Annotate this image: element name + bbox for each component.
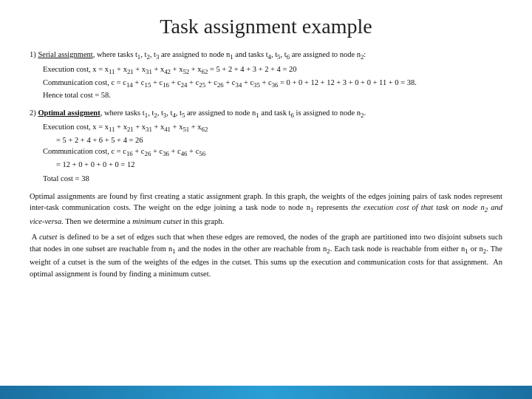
bottom-bar	[0, 386, 532, 399]
s1-comm: Communication cost, c = c14 + c15 + c16 …	[30, 77, 502, 90]
s1-suffix: , where tasks t1, t2, t3 are assigned to…	[93, 50, 366, 58]
s1-hence: Hence total cost = 58.	[30, 89, 502, 100]
page: Task assignment example 1) Serial assign…	[0, 0, 532, 399]
section-2-heading: 2) Optimal assigment, where tasks t1, t2…	[30, 107, 502, 120]
section-1-heading: 1) Serial assignment, where tasks t1, t2…	[30, 49, 502, 62]
section-2: 2) Optimal assigment, where tasks t1, t2…	[30, 107, 502, 185]
page-title: Task assignment example	[30, 15, 502, 38]
paragraph-2: A cutset is defined to be a set of edges…	[30, 231, 502, 279]
content-area: 1) Serial assignment, where tasks t1, t2…	[30, 49, 502, 280]
s2-comm-line2: = 12 + 0 + 0 + 0 + 0 = 12	[30, 159, 502, 170]
s2-comm-line1: Communication cost, c = c16 + c26 + c36 …	[30, 146, 502, 159]
s2-exec-line2: = 5 + 2 + 4 + 6 + 5 + 4 = 26	[30, 134, 502, 146]
s1-exec: Execution cost, x = x11 + x21 + x31 + x4…	[30, 64, 502, 77]
s2-total: Total cost = 38	[30, 173, 502, 184]
section-1: 1) Serial assignment, where tasks t1, t2…	[30, 49, 502, 101]
s2-prefix: 2)	[30, 109, 38, 117]
s2-underline: Optimal assigment	[38, 109, 100, 117]
s1-underline: Serial assignment	[38, 50, 92, 58]
paragraph-1: Optimal assignments are found by first c…	[30, 191, 502, 228]
s2-suffix: , where tasks t1, t2, t3, t4, t5 are ass…	[100, 109, 366, 117]
s2-exec-line1: Execution cost, x = x11 + x21 + x31 + x4…	[30, 121, 502, 134]
s1-prefix: 1)	[30, 50, 38, 58]
